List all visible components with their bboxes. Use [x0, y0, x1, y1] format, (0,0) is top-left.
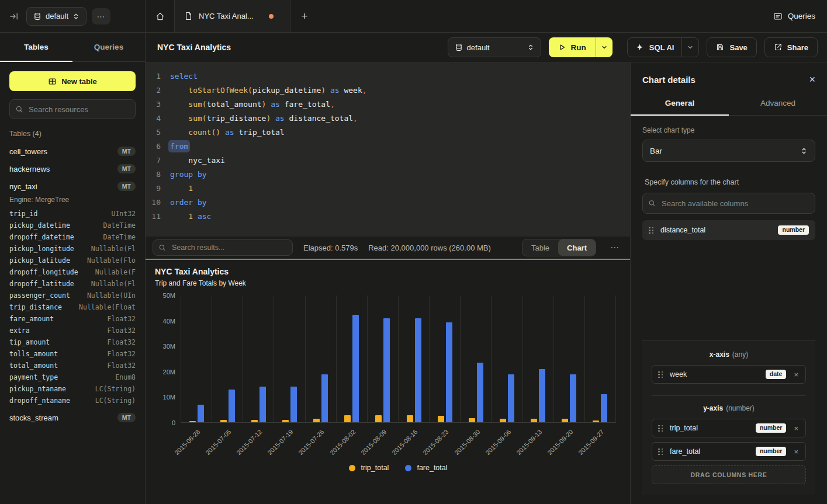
table-item-nyc-taxi[interactable]: nyc_taxi MT [0, 178, 145, 195]
query-tab[interactable]: NYC Taxi Anal... [175, 0, 290, 32]
chart-type-select[interactable]: Bar [642, 140, 815, 162]
column-row[interactable]: dropoff_latitudeNullable(Fl [0, 278, 145, 290]
table-item-cell-towers[interactable]: cell_towers MT [0, 142, 145, 160]
results-search-input[interactable] [153, 239, 293, 256]
column-row[interactable]: dropoff_longitudeNullable(F [0, 266, 145, 278]
sql-ai-options-button[interactable] [681, 38, 698, 57]
database-icon [455, 43, 463, 51]
tab-queries[interactable]: Queries [72, 33, 145, 61]
run-button-group[interactable]: Run [549, 37, 613, 57]
database-selector-value: default [46, 12, 68, 20]
column-name: trip_id [9, 210, 37, 218]
sidebar: Tables Queries New table Tables (4) cell… [0, 33, 146, 504]
panel-body: Select chart type Bar Specify columns fo… [631, 116, 827, 504]
tab-advanced[interactable]: Advanced [729, 93, 827, 115]
resource-search-input[interactable] [9, 99, 136, 119]
column-row[interactable]: dropoff_ntanameLC(String) [0, 395, 145, 406]
sql-editor[interactable]: 1select2 toStartOfWeek(pickup_datetime) … [146, 62, 630, 237]
drag-handle-icon[interactable] [649, 227, 654, 234]
y-axis-tick: 0 [172, 419, 175, 426]
results-more-button[interactable]: ⋯ [607, 242, 623, 253]
run-options-button[interactable] [596, 37, 613, 57]
column-row[interactable]: fare_amountFloat32 [0, 313, 145, 325]
sql-ai-button-group[interactable]: SQL AI [627, 37, 700, 57]
available-column-distance-total[interactable]: distance_total number [642, 220, 815, 240]
column-row[interactable]: tolls_amountFloat32 [0, 348, 145, 360]
run-button-label: Run [571, 43, 586, 52]
column-name: dropoff_longitude [9, 268, 78, 277]
code-text: order by [170, 196, 207, 210]
column-row[interactable]: pickup_latitudeNullable(Flo [0, 255, 145, 266]
remove-column-button[interactable]: × [793, 370, 800, 380]
remove-column-button[interactable]: × [793, 447, 800, 457]
drag-handle-icon[interactable] [658, 448, 663, 456]
sql-ai-label: SQL AI [649, 43, 674, 52]
x-axis-label-text: x-axis [710, 350, 729, 359]
chart-bar-group [492, 296, 523, 422]
chart-bar-group [337, 296, 368, 422]
new-table-label: New table [61, 77, 97, 86]
column-row[interactable]: tip_amountFloat32 [0, 336, 145, 348]
save-button[interactable]: Save [707, 37, 756, 57]
chevron-down-icon [687, 44, 694, 51]
view-toggle-table[interactable]: Table [523, 239, 558, 256]
sql-ai-button[interactable]: SQL AI [628, 38, 682, 57]
query-database-selector[interactable]: default [448, 37, 541, 57]
column-row[interactable]: pickup_datetimeDateTime [0, 220, 145, 231]
tab-tables-label: Tables [24, 43, 49, 51]
new-tab-button[interactable]: + [290, 0, 319, 32]
sidebar-more-button[interactable]: ⋯ [92, 8, 110, 25]
new-table-button[interactable]: New table [9, 71, 136, 91]
close-panel-button[interactable]: × [809, 74, 815, 85]
table-item-hackernews[interactable]: hackernews MT [0, 160, 145, 178]
type-badge: number [756, 447, 787, 457]
column-type: Nullable(UIn [87, 291, 136, 300]
column-search-input[interactable] [642, 193, 815, 214]
column-row[interactable]: payment_typeEnum8 [0, 371, 145, 383]
remove-column-button[interactable]: × [793, 423, 800, 433]
share-button[interactable]: Share [764, 37, 818, 57]
y-axis-item-fare-total[interactable]: fare_total number × [652, 442, 806, 461]
y-axis-tick: 10M [163, 394, 175, 401]
queries-button[interactable]: Queries [773, 12, 815, 21]
drag-handle-icon[interactable] [658, 371, 663, 378]
collapse-sidebar-button[interactable] [7, 9, 21, 23]
chart-bar-group [306, 296, 337, 422]
close-icon: × [794, 370, 798, 379]
database-selector[interactable]: default [26, 7, 86, 26]
column-row[interactable]: extraFloat32 [0, 325, 145, 336]
column-row[interactable]: pickup_ntanameLC(String) [0, 383, 145, 395]
line-number: 3 [146, 98, 161, 112]
editor-line: 11 1 asc [146, 210, 630, 224]
home-button[interactable] [146, 0, 175, 32]
drag-handle-icon[interactable] [658, 425, 663, 432]
legend-item[interactable]: fare_total [405, 464, 447, 472]
ellipsis-icon: ⋯ [610, 242, 620, 252]
trip_total-bar [531, 419, 537, 423]
ellipsis-icon: ⋯ [97, 12, 106, 21]
tab-general[interactable]: General [631, 93, 729, 115]
column-name: dropoff_datetime [9, 233, 74, 242]
line-number: 6 [146, 140, 161, 154]
column-row[interactable]: trip_distanceNullable(Float [0, 301, 145, 313]
column-row[interactable]: total_amountFloat32 [0, 360, 145, 371]
column-row[interactable]: passenger_countNullable(UIn [0, 290, 145, 301]
editor-line: 7 nyc_taxi [146, 154, 630, 168]
x-axis-item-week[interactable]: week date × [652, 365, 806, 384]
table-item-stocks-stream[interactable]: stocks_stream MT [0, 409, 145, 426]
column-row[interactable]: dropoff_datetimeDateTime [0, 231, 145, 243]
column-row[interactable]: pickup_longitudeNullable(Fl [0, 243, 145, 255]
chart-type-label: Select chart type [642, 126, 815, 134]
trip_total-bar [469, 418, 475, 422]
tab-tables[interactable]: Tables [0, 33, 72, 61]
queries-icon [773, 12, 783, 21]
y-axis-tick: 30M [163, 343, 175, 350]
y-axis-item-trip-total[interactable]: trip_total number × [652, 419, 806, 437]
run-button[interactable]: Run [549, 37, 596, 57]
drag-columns-drop-zone[interactable]: DRAG COLUMNS HERE [652, 465, 806, 484]
column-row[interactable]: trip_idUInt32 [0, 208, 145, 220]
view-toggle-chart[interactable]: Chart [558, 239, 596, 256]
line-number: 10 [146, 196, 161, 210]
chevron-up-down-icon [800, 147, 808, 155]
search-icon [158, 244, 166, 252]
